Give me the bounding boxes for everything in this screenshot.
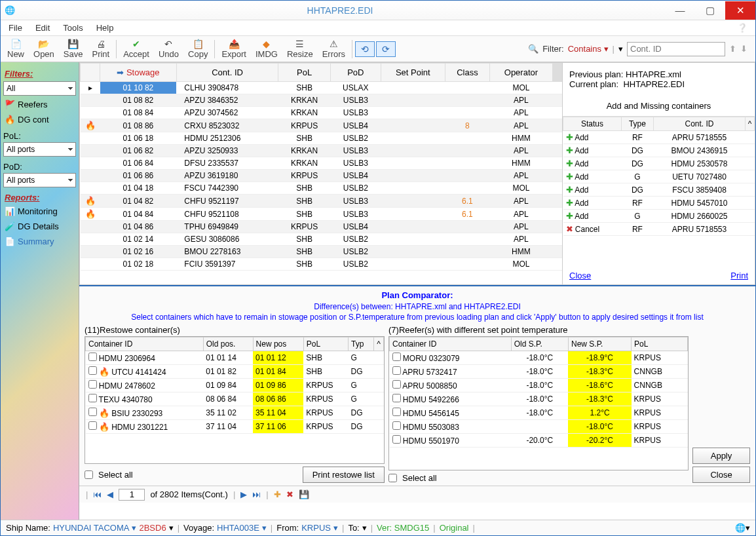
list-item[interactable]: ✚ AddDGFSCU 3859408 bbox=[563, 183, 755, 197]
table-row[interactable]: 🔥 01 08 86 CRXU 8523032 KRPUSUSLB4 8APL bbox=[81, 119, 562, 132]
toggle-a-button[interactable]: ⟲ bbox=[355, 41, 375, 57]
table-row[interactable]: 01 02 18 FCIU 3591397 SHBUSLB2 MOL bbox=[81, 258, 562, 271]
sidebar-item-dgcont[interactable]: 🔥DG cont bbox=[3, 112, 76, 127]
list-item[interactable]: HDMU 5456145 -18.0°C1.2°CKRPUS bbox=[390, 406, 688, 420]
table-row[interactable]: ▸ 01 10 82 CLHU 3908478 SHBUSLAX MOL bbox=[81, 82, 562, 94]
table-row[interactable]: 01 06 86 APZU 3619180 KRPUSUSLB4 APL bbox=[81, 170, 562, 182]
reefer-selectall-checkbox[interactable] bbox=[388, 474, 397, 482]
close-link[interactable]: Close bbox=[569, 271, 591, 280]
col-class[interactable]: Class bbox=[445, 64, 489, 82]
col-pod[interactable]: PoD bbox=[330, 64, 381, 82]
sidebar-item-summary[interactable]: 📄Summary bbox=[3, 234, 76, 249]
main-grid[interactable]: ➡ Stowage Cont. ID PoL PoD Set Point Cla… bbox=[79, 62, 563, 285]
globe-icon[interactable]: 🌐▾ bbox=[735, 523, 750, 533]
print-link[interactable]: Print bbox=[730, 271, 748, 280]
errors-button[interactable]: ⚠Errors bbox=[318, 37, 349, 60]
list-item[interactable]: HDMU 2478602 01 09 8401 09 86KRPUSG bbox=[86, 379, 384, 392]
sidebar-item-monitoring[interactable]: 📊Monitoring bbox=[3, 204, 76, 219]
col-contid[interactable]: Cont. ID bbox=[176, 64, 278, 82]
resize-button[interactable]: ☰Resize bbox=[283, 37, 317, 60]
menu-tools[interactable]: Tools bbox=[63, 23, 83, 33]
menu-help[interactable]: Help bbox=[96, 23, 114, 33]
print-restowe-button[interactable]: Print restowe list bbox=[303, 467, 385, 483]
table-row[interactable]: 01 08 84 APZU 3074562 KRKANUSLB3 APL bbox=[81, 107, 562, 119]
pager-add[interactable]: ✚ bbox=[274, 489, 281, 499]
list-item[interactable]: APRU 5732417 -18.0°C-18.3°CCNNGB bbox=[390, 365, 688, 379]
accept-button[interactable]: ✔Accept bbox=[119, 37, 153, 60]
sidebar-item-reefers[interactable]: 🚩Reefers bbox=[3, 97, 76, 112]
table-row[interactable]: 01 06 84 DFSU 2335537 KRKANUSLB3 HMM bbox=[81, 157, 562, 170]
list-item[interactable]: ✚ AddRFHDMU 5457010 bbox=[563, 197, 755, 210]
open-button[interactable]: 📂Open bbox=[29, 37, 58, 60]
help-icon[interactable]: ❔ bbox=[737, 23, 747, 33]
list-item[interactable]: HDMU 5501970 -20.0°C-20.2°CKRPUS bbox=[390, 434, 688, 448]
ship-value[interactable]: HYUNDAI TACOMA bbox=[53, 523, 130, 533]
restowe-selectall-checkbox[interactable] bbox=[85, 470, 93, 479]
pager-save[interactable]: 💾 bbox=[299, 489, 309, 499]
table-row[interactable]: 01 04 18 FSCU 7442390 SHBUSLB2 MOL bbox=[81, 182, 562, 195]
list-item[interactable]: HDMU 5492266 -18.0°C-18.3°CKRPUS bbox=[390, 392, 688, 406]
table-row[interactable]: 01 02 14 GESU 3086086 SHBUSLB2 APL bbox=[81, 233, 562, 246]
reefer-grid[interactable]: Container ID Old S.P. New S.P. PoL MORU … bbox=[388, 336, 689, 470]
sort-up-button[interactable]: ⬆ bbox=[729, 44, 736, 54]
sidebar-item-dgdetails[interactable]: 🧪DG Details bbox=[3, 219, 76, 234]
list-item[interactable]: ✚ AddDGBMOU 2436915 bbox=[563, 144, 755, 157]
save-button[interactable]: 💾Save bbox=[60, 37, 87, 60]
minimize-button[interactable]: — bbox=[665, 1, 695, 20]
pager-prev[interactable]: ◀ bbox=[107, 489, 113, 499]
menu-edit[interactable]: Edit bbox=[35, 23, 50, 33]
pod-select[interactable]: All ports bbox=[3, 173, 76, 187]
col-setpoint[interactable]: Set Point bbox=[381, 64, 445, 82]
export-button[interactable]: 📤Export bbox=[217, 37, 250, 60]
col-pol[interactable]: PoL bbox=[278, 64, 331, 82]
maximize-button[interactable]: ▢ bbox=[695, 1, 725, 20]
pager-next[interactable]: ▶ bbox=[240, 489, 247, 499]
apply-button[interactable]: Apply bbox=[692, 448, 750, 464]
list-item[interactable]: ✚ AddGUETU 7027480 bbox=[563, 170, 755, 183]
toggle-b-button[interactable]: ⟳ bbox=[376, 41, 396, 57]
col-stowage[interactable]: ➡ Stowage bbox=[100, 64, 177, 82]
pager-last[interactable]: ⏭ bbox=[252, 489, 261, 499]
menu-file[interactable]: File bbox=[9, 23, 22, 33]
pager-first[interactable]: ⏮ bbox=[93, 489, 102, 499]
filter-input[interactable] bbox=[627, 42, 725, 56]
all-filter-select[interactable]: All bbox=[3, 81, 76, 96]
list-item[interactable]: HDMU 5503083 -18.0°CKRPUS bbox=[390, 420, 688, 434]
print-button[interactable]: 🖨Print bbox=[88, 37, 113, 60]
list-item[interactable]: ✚ AddGHDMU 2660025 bbox=[563, 210, 755, 223]
pol-select[interactable]: All ports bbox=[3, 142, 76, 157]
pager-delete[interactable]: ✖ bbox=[286, 489, 293, 499]
list-item[interactable]: HDMU 2306964 01 01 1401 01 12SHBG bbox=[86, 351, 384, 365]
close-comparator-button[interactable]: Close bbox=[692, 467, 750, 483]
addmissing-grid[interactable]: StatusTypeCont. ID^ ✚ AddRFAPRU 5718555✚… bbox=[563, 116, 755, 267]
pager-input[interactable] bbox=[119, 489, 145, 501]
copy-button[interactable]: 📋Copy bbox=[184, 37, 212, 60]
list-item[interactable]: 🔥 UTCU 4141424 01 01 8201 01 84SHBDG bbox=[86, 365, 384, 379]
new-button[interactable]: 📄New bbox=[3, 37, 28, 60]
list-item[interactable]: TEXU 4340780 08 06 8408 06 86KRPUSG bbox=[86, 392, 384, 406]
restowe-grid[interactable]: Container ID Old pos. New pos PoL Typ ^ … bbox=[85, 336, 385, 464]
table-row[interactable]: 01 06 82 APZU 3250933 KRKANUSLB3 APL bbox=[81, 145, 562, 157]
voyage-value[interactable]: HHTA003E bbox=[217, 523, 259, 533]
close-window-button[interactable]: ✕ bbox=[725, 1, 755, 20]
list-item[interactable]: ✚ AddRFAPRU 5718555 bbox=[563, 131, 755, 144]
sort-down-button[interactable]: ⬇ bbox=[740, 44, 747, 54]
table-row[interactable]: 01 06 18 HDMU 2512306 SHBUSLB2 HMM bbox=[81, 132, 562, 145]
col-operator[interactable]: Operator bbox=[489, 64, 552, 82]
table-row[interactable]: 🔥 01 04 84 CHFU 9521108 SHBUSLB3 6.1APL bbox=[81, 208, 562, 221]
table-row[interactable]: 01 02 16 BMOU 2278163 SHBUSLB2 HMM bbox=[81, 246, 562, 258]
from-value[interactable]: KRPUS bbox=[301, 523, 331, 533]
list-item[interactable]: 🔥 BSIU 2330293 35 11 0235 11 04KRPUSDG bbox=[86, 406, 384, 420]
undo-button[interactable]: ↶Undo bbox=[155, 37, 183, 60]
ship-code[interactable]: 2BSD6 bbox=[139, 523, 166, 533]
list-item[interactable]: 🔥 HDMU 2301221 37 11 0437 11 06KRPUSDG bbox=[86, 420, 384, 434]
imdg-button[interactable]: ◆IMDG bbox=[252, 37, 282, 60]
table-row[interactable]: 01 04 86 TPHU 6949849 KRPUSUSLB4 APL bbox=[81, 221, 562, 233]
list-item[interactable]: MORU 0323079 -18.0°C-18.9°CKRPUS bbox=[390, 351, 688, 365]
table-row[interactable]: 🔥 01 04 82 CHFU 9521197 SHBUSLB3 6.1APL bbox=[81, 195, 562, 208]
filter-mode-dropdown[interactable]: Contains ▾ bbox=[568, 44, 609, 54]
list-item[interactable]: ✖ CancelRFAPRU 5718553 bbox=[563, 223, 755, 236]
list-item[interactable]: APRU 5008850 -18.0°C-18.6°CCNNGB bbox=[390, 379, 688, 392]
list-item[interactable]: ✚ AddDGHDMU 2530578 bbox=[563, 157, 755, 170]
table-row[interactable]: 01 08 82 APZU 3846352 KRKANUSLB3 APL bbox=[81, 94, 562, 107]
